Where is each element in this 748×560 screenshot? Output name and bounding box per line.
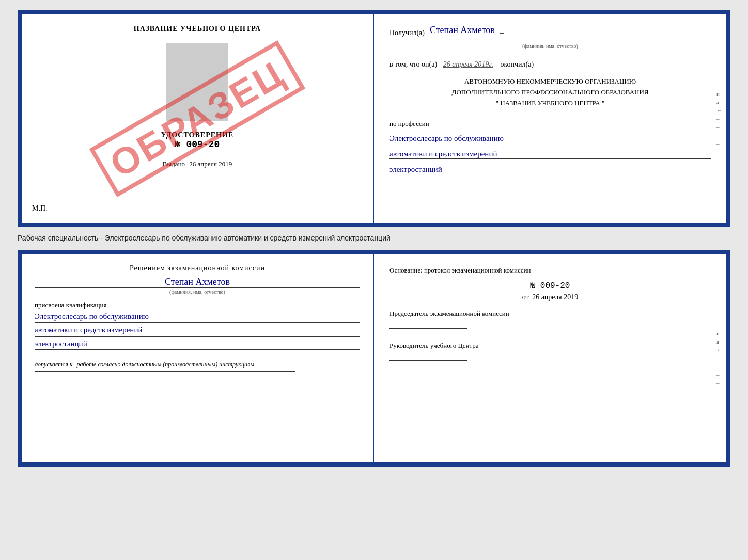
caption-line: Рабочая специальность - Электрослесарь п… <box>18 233 730 244</box>
qual-line1: Электрослесарь по обслуживанию <box>35 311 360 323</box>
fio-label-bottom: (фамилия, имя, отчество) <box>35 289 360 295</box>
dash3-b: – <box>716 372 722 378</box>
side-letters-top: и а ← – – – – <box>716 14 722 223</box>
photo-placeholder <box>166 43 228 121</box>
dash: – <box>500 29 504 37</box>
profession-line2: автоматики и средств измерений <box>389 150 711 159</box>
letter-a-b: а <box>716 339 722 345</box>
org-line3: " НАЗВАНИЕ УЧЕБНОГО ЦЕНТРА " <box>389 98 711 109</box>
manager-title: Руководитель учебного Центра <box>389 341 711 350</box>
qualification-prefix: присвоена квалификация <box>35 301 360 309</box>
allowed-text: работе согласно должностным (производств… <box>76 361 254 368</box>
dash1-b: – <box>716 355 722 361</box>
dash2: – <box>716 124 722 130</box>
top-doc-right: Получил(а) Степан Ахметов – (фамилия, им… <box>374 14 726 223</box>
org-line2: ДОПОЛНИТЕЛЬНОГО ПРОФЕССИОНАЛЬНОГО ОБРАЗО… <box>389 87 711 98</box>
in-that-prefix: в том, что он(а) <box>389 60 437 68</box>
protocol-date: от 26 апреля 2019 <box>389 293 711 301</box>
letter-arrow: ← <box>716 107 722 114</box>
top-document: НАЗВАНИЕ УЧЕБНОГО ЦЕНТРА УДОСТОВЕРЕНИЕ №… <box>18 10 730 227</box>
top-doc-left: НАЗВАНИЕ УЧЕБНОГО ЦЕНТРА УДОСТОВЕРЕНИЕ №… <box>22 14 374 223</box>
manager-signature <box>389 350 467 361</box>
in-that-date: 26 апреля 2019г. <box>443 60 493 68</box>
basis-label: Основание: протокол экзаменационной коми… <box>389 264 711 276</box>
mp-label: М.П. <box>32 204 48 213</box>
letter-arrow-b: ← <box>716 347 722 353</box>
protocol-number: № 009-20 <box>389 281 711 291</box>
received-name: Степан Ахметов <box>430 25 495 37</box>
school-name-top: НАЗВАНИЕ УЧЕБНОГО ЦЕНТРА <box>134 25 261 33</box>
person-name-bottom: Степан Ахметов <box>35 277 360 288</box>
qual-line3: электростанций <box>35 338 360 350</box>
fio-label-top: (фамилия, имя, отчество) <box>389 43 711 49</box>
date-line: в том, что он(а) 26 апреля 2019г. окончи… <box>389 60 711 69</box>
received-line: Получил(а) Степан Ахметов – <box>389 25 711 37</box>
letter-i-b: и <box>716 330 722 337</box>
cert-title: УДОСТОВЕРЕНИЕ <box>161 131 233 139</box>
qual-line2: автоматики и средств измерений <box>35 324 360 337</box>
chairman-block: Председатель экзаменационной комиссии <box>389 309 711 331</box>
finished-label: окончил(а) <box>500 60 534 68</box>
dash4-b: – <box>716 380 722 386</box>
dash4: – <box>716 140 722 147</box>
dash2-b: – <box>716 363 722 370</box>
issued-label: Выдано <box>163 160 185 168</box>
org-line1: АВТОНОМНУЮ НЕКОММЕРЧЕСКУЮ ОРГАНИЗАЦИЮ <box>389 76 711 87</box>
caption-text: Рабочая специальность - Электрослесарь п… <box>18 234 391 242</box>
letter-a: а <box>716 99 722 105</box>
issued-date: 26 апреля 2019 <box>189 160 232 168</box>
bottom-doc-right: Основание: протокол экзаменационной коми… <box>374 254 726 462</box>
profession-line1: Электрослесарь по обслуживанию <box>389 134 711 143</box>
manager-block: Руководитель учебного Центра <box>389 341 711 363</box>
received-prefix: Получил(а) <box>389 29 425 37</box>
bottom-document: Решением экзаменационной комиссии Степан… <box>18 250 730 467</box>
dash1: – <box>716 116 722 122</box>
allowed-prefix: допускается к <box>35 361 72 368</box>
bottom-doc-left: Решением экзаменационной комиссии Степан… <box>22 254 374 462</box>
profession-label: по профессии <box>389 120 711 128</box>
issued-line: Выдано 26 апреля 2019 <box>163 160 232 168</box>
protocol-date-prefix: от <box>522 293 529 301</box>
cert-number: № 009-20 <box>175 139 220 150</box>
chairman-signature <box>389 318 467 329</box>
side-letters-bottom: и а ← – – – – <box>716 254 722 462</box>
chairman-title: Председатель экзаменационной комиссии <box>389 309 711 318</box>
profession-line3: электростанций <box>389 165 711 174</box>
dash3: – <box>716 132 722 138</box>
protocol-date-value: 26 апреля 2019 <box>532 293 578 301</box>
org-block: АВТОНОМНУЮ НЕКОММЕРЧЕСКУЮ ОРГАНИЗАЦИЮ ДО… <box>389 76 711 108</box>
decision-title: Решением экзаменационной комиссии <box>35 264 360 273</box>
letter-i: и <box>716 91 722 97</box>
allowed-block: допускается к работе согласно должностны… <box>35 361 360 369</box>
